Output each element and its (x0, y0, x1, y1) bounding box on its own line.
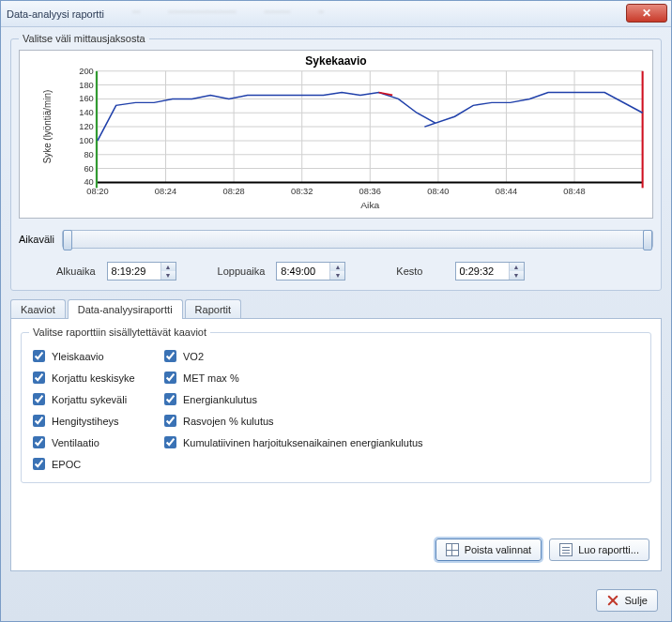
duration-label: Kesto (396, 265, 422, 277)
spin-down-icon[interactable]: ▼ (510, 271, 524, 280)
dialog-body: Valitse väli mittausjaksosta Sykekaavio (1, 27, 671, 581)
svg-text:100: 100 (79, 136, 94, 145)
svg-text:140: 140 (79, 108, 94, 117)
titlebar: Data-analyysi raportti ·················… (1, 1, 671, 27)
tab-data-analyysiraportti[interactable]: Data-analyysiraportti (68, 299, 183, 319)
grid-icon (446, 543, 459, 556)
background-blur: ········································… (132, 7, 324, 17)
svg-text:180: 180 (79, 81, 94, 90)
chk-ventilaatio[interactable]: Ventilaatio (29, 433, 151, 451)
dialog-footer: Sulje (596, 589, 658, 612)
svg-text:120: 120 (79, 122, 94, 131)
spin-down-icon[interactable]: ▼ (161, 271, 176, 280)
dialog-window: Data-analyysi raportti ·················… (0, 0, 672, 622)
chk-energiankulutus[interactable]: Energiankulutus (160, 390, 643, 408)
start-time-label: Alkuaika (56, 265, 96, 277)
heart-rate-chart: Sykekaavio (19, 50, 653, 219)
create-report-button[interactable]: Luo raportti... (549, 539, 649, 561)
svg-text:Aika: Aika (360, 200, 380, 210)
slider-handle-end[interactable] (643, 230, 652, 250)
svg-text:160: 160 (79, 95, 94, 104)
tab-raportit[interactable]: Raportit (185, 299, 242, 319)
report-charts-legend: Valitse raporttiin sisällytettävät kaavi… (29, 326, 210, 338)
svg-text:08:32: 08:32 (291, 187, 313, 196)
chart-title: Sykekaavio (20, 54, 652, 68)
svg-text:08:24: 08:24 (155, 187, 176, 196)
spin-up-icon[interactable]: ▲ (330, 263, 344, 271)
document-icon (559, 543, 573, 556)
chk-kumulatiivinen[interactable]: Kumulatiivinen harjoituksenaikainen ener… (160, 433, 643, 451)
chk-hengitystiheys[interactable]: Hengitystiheys (29, 412, 151, 430)
time-range-label: Aikaväli (19, 234, 54, 245)
start-time-spinner[interactable]: ▲▼ (107, 262, 176, 281)
svg-text:Syke (lyöntiä/min): Syke (lyöntiä/min) (42, 90, 53, 164)
time-range-slider-row: Aikaväli (19, 230, 653, 249)
chk-korjattu-keskisyke[interactable]: Korjattu keskisyke (29, 369, 151, 387)
measurement-range-group: Valitse väli mittausjaksosta Sykekaavio (10, 33, 662, 291)
chk-met-max[interactable]: MET max % (160, 369, 643, 387)
svg-text:200: 200 (79, 67, 94, 76)
window-title: Data-analyysi raportti (7, 8, 104, 20)
tab-strip: Kaaviot Data-analyysiraportti Raportit (10, 299, 662, 319)
duration-input[interactable] (456, 263, 509, 280)
svg-text:08:48: 08:48 (563, 187, 585, 196)
spin-down-icon[interactable]: ▼ (330, 271, 344, 280)
end-time-input[interactable] (277, 263, 329, 280)
end-time-label: Loppuaika (218, 265, 266, 277)
close-button[interactable]: Sulje (596, 589, 658, 612)
svg-text:08:40: 08:40 (427, 187, 449, 196)
chart-svg: 40 60 80 100 120 140 160 180 200 08:20 0… (20, 51, 652, 218)
report-charts-group: Valitse raporttiin sisällytettävät kaavi… (21, 326, 651, 483)
panel-button-row: Poista valinnat Luo raportti... (435, 539, 649, 561)
svg-text:40: 40 (84, 178, 93, 188)
close-icon (606, 594, 619, 607)
svg-text:08:20: 08:20 (86, 187, 108, 196)
time-inputs-row: Alkuaika ▲▼ Loppuaika ▲▼ Kesto ▲▼ (19, 262, 653, 281)
spin-up-icon[interactable]: ▲ (510, 263, 524, 271)
svg-text:08:36: 08:36 (359, 187, 381, 196)
duration-spinner[interactable]: ▲▼ (455, 262, 525, 281)
tab-kaaviot[interactable]: Kaaviot (10, 299, 66, 319)
measurement-range-legend: Valitse väli mittausjaksosta (19, 33, 149, 44)
chk-yleiskaavio[interactable]: Yleiskaavio (29, 347, 151, 365)
svg-text:08:28: 08:28 (222, 187, 244, 196)
spin-up-icon[interactable]: ▲ (161, 263, 176, 271)
chk-rasvojen[interactable]: Rasvojen % kulutus (160, 412, 643, 430)
tab-panel-report: Valitse raporttiin sisällytettävät kaavi… (10, 318, 662, 571)
time-range-slider[interactable] (62, 230, 653, 249)
end-time-spinner[interactable]: ▲▼ (276, 262, 345, 281)
chk-epoc[interactable]: EPOC (29, 455, 151, 473)
window-close-button[interactable]: ✕ (626, 4, 667, 23)
slider-handle-start[interactable] (63, 230, 72, 250)
chk-korjattu-sykevali[interactable]: Korjattu sykeväli (29, 390, 151, 408)
report-checkbox-grid: Yleiskaavio VO2 Korjattu keskisyke MET m… (29, 347, 643, 473)
svg-text:60: 60 (84, 164, 93, 174)
svg-text:08:44: 08:44 (496, 187, 517, 196)
chk-vo2[interactable]: VO2 (160, 347, 643, 365)
clear-selections-button[interactable]: Poista valinnat (435, 539, 542, 561)
start-time-input[interactable] (108, 263, 160, 280)
svg-text:80: 80 (84, 150, 93, 159)
